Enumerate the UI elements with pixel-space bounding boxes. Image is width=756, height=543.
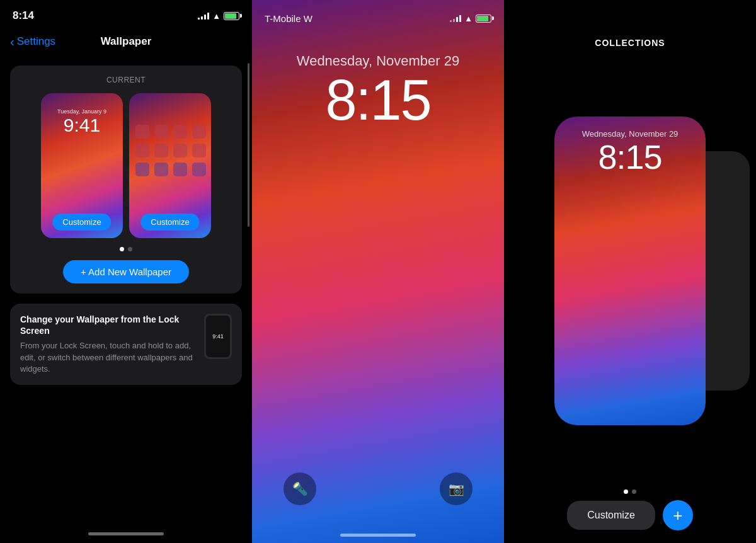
ls-wifi-icon: ▲ [464,14,472,23]
coll-dot-1 [624,489,628,494]
camera-button[interactable]: 📷 [440,472,472,505]
coll-dot-2 [632,489,636,494]
home-icon-11 [173,163,187,176]
signal-bar-1 [198,18,200,20]
wallpaper-previews: Tuesday, January 9 9:41 Customize [20,93,232,238]
home-icon-12 [192,163,206,176]
info-thumb-inner: 9:41 [206,316,230,357]
ls-home-indicator [340,534,416,537]
flashlight-icon: 🔦 [292,481,308,496]
main-phone-preview[interactable]: Wednesday, November 29 8:15 [554,117,706,425]
home-icon-9 [135,163,149,176]
lock-customize-button[interactable]: Customize [52,214,111,231]
home-icon-1 [135,125,149,139]
coll-date-area: Wednesday, November 29 8:15 [554,117,706,176]
lock-preview-time-area: Tuesday, January 9 9:41 [41,93,123,142]
lock-preview-day: Tuesday, January 9 [47,108,117,115]
ls-battery-icon [476,14,491,23]
ls-status-bar: T-Mobile W ▲ [252,0,504,28]
ls-signal-icon [450,14,461,22]
ls-signal-bar-1 [450,20,452,22]
signal-bar-2 [201,16,203,20]
info-card: Change your Wallpaper from the Lock Scre… [10,304,242,385]
ls-actions: 🔦 📷 [252,472,504,505]
signal-icon [198,12,209,20]
settings-panel: 8:14 ▲ ‹ Settings Wallpaper CURRENT [0,0,252,543]
wifi-icon: ▲ [212,11,220,21]
ls-carrier: T-Mobile W [265,13,312,24]
add-wallpaper-button[interactable]: + Add New Wallpaper [63,260,189,283]
collections-add-button[interactable]: + [663,500,693,530]
scrollbar[interactable] [248,63,249,227]
plus-icon: + [673,506,682,525]
ls-signal-bar-4 [459,15,461,22]
chevron-left-icon: ‹ [10,35,14,48]
home-icon-6 [154,144,168,157]
collections-bottom-bar: Customize + [567,500,693,530]
lock-screen-preview[interactable]: Tuesday, January 9 9:41 Customize [41,93,123,238]
status-bar-settings: 8:14 ▲ [0,0,252,28]
info-title: Change your Wallpaper from the Lock Scre… [20,314,197,336]
info-thumbnail: 9:41 [204,314,232,359]
ls-battery-fill [477,16,488,21]
page-dots [20,247,232,251]
ls-signal-bar-2 [453,19,455,22]
lockscreen-panel: T-Mobile W ▲ Wednesday, November 29 8:15… [252,0,504,543]
page-title: Wallpaper [101,35,152,48]
nav-header: ‹ Settings Wallpaper [0,28,252,55]
info-desc: From your Lock Screen, touch and hold to… [20,340,197,375]
status-icons-settings: ▲ [198,11,239,21]
ls-date-area: Wednesday, November 29 8:15 [252,28,504,129]
signal-bar-4 [207,13,209,20]
camera-icon: 📷 [449,481,464,496]
battery-fill [225,13,236,19]
current-wallpaper-card: CURRENT Tuesday, January 9 9:41 Customiz… [10,66,242,294]
ls-date: Wednesday, November 29 [252,53,504,69]
home-icon-8 [192,144,206,157]
coll-page-dots [624,489,636,494]
home-icon-4 [192,125,206,139]
collections-phone-container: Wednesday, November 29 8:15 [504,60,756,481]
thumb-time: 9:41 [212,333,224,340]
flashlight-button[interactable]: 🔦 [284,472,316,505]
ls-status-icons: ▲ [450,14,491,23]
home-screen-preview[interactable]: Customize [129,93,211,238]
ls-time: 8:15 [252,72,504,129]
signal-bar-3 [204,14,206,20]
coll-time: 8:15 [554,139,706,176]
status-time-settings: 8:14 [13,9,34,22]
collections-customize-button[interactable]: Customize [567,501,655,530]
battery-icon [224,12,239,20]
back-button[interactable]: ‹ Settings [10,35,55,48]
home-icon-2 [154,125,168,139]
home-icon-3 [173,125,187,139]
lock-preview-time: 9:41 [47,115,117,135]
collections-panel: COLLECTIONS Wednesday, November 29 8:15 … [504,0,756,543]
page-dot-2 [128,247,132,251]
coll-date: Wednesday, November 29 [554,129,706,139]
info-card-text: Change your Wallpaper from the Lock Scre… [20,314,197,375]
ls-signal-bar-3 [456,17,458,22]
collections-header: COLLECTIONS [595,0,665,60]
page-dot-1 [120,247,124,251]
home-indicator [88,532,164,535]
wallpaper-content: CURRENT Tuesday, January 9 9:41 Customiz… [0,55,252,527]
home-icons-grid [129,93,211,183]
home-icon-7 [173,144,187,157]
home-icon-10 [154,163,168,176]
home-customize-button[interactable]: Customize [140,214,199,231]
home-icon-5 [135,144,149,157]
back-label: Settings [17,35,55,48]
current-label: CURRENT [20,76,232,84]
